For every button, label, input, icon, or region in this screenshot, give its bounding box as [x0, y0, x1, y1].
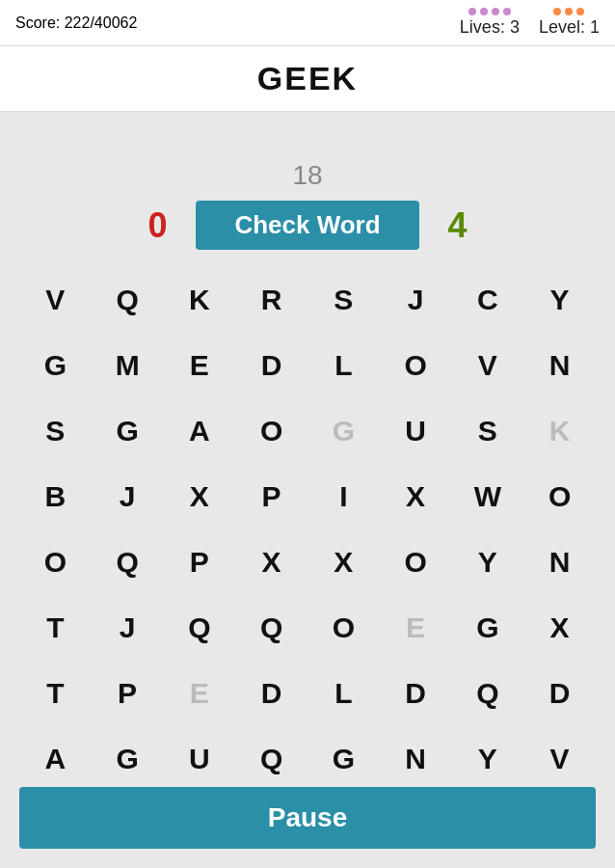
level-container: Level: 1 — [539, 8, 600, 38]
grid-cell-34[interactable]: P — [164, 529, 236, 595]
grid-cell-8[interactable]: G — [19, 333, 92, 398]
grid-cell-54[interactable]: Q — [452, 661, 524, 726]
score-label: Score: — [15, 14, 60, 31]
lives-dot-3 — [492, 8, 499, 15]
grid-cell-28[interactable]: I — [308, 464, 380, 529]
grid-cell-12[interactable]: L — [308, 333, 380, 398]
grid-cell-51[interactable]: D — [235, 661, 308, 726]
grid-cell-52[interactable]: L — [308, 661, 380, 726]
grid-cell-4[interactable]: S — [308, 267, 380, 333]
grid-cell-3[interactable]: R — [235, 267, 308, 333]
lives-dot-4 — [503, 8, 511, 15]
grid-cell-25[interactable]: J — [92, 464, 164, 529]
grid-cell-38[interactable]: Y — [452, 529, 524, 595]
grid-cell-24[interactable]: B — [19, 464, 92, 529]
grid-cell-18[interactable]: A — [164, 398, 236, 464]
grid-cell-13[interactable]: O — [380, 333, 452, 398]
word-display: GEEK — [0, 46, 615, 112]
grid-cell-48[interactable]: T — [19, 661, 92, 726]
header-right: Lives: 3 Level: 1 — [460, 8, 600, 38]
level-label: Level: — [539, 17, 585, 37]
grid-cell-6[interactable]: C — [452, 267, 524, 333]
grid-cell-32[interactable]: O — [19, 529, 92, 595]
score-value: 222/40062 — [65, 14, 138, 31]
grid-cell-58[interactable]: U — [164, 726, 236, 792]
level-text: Level: 1 — [539, 17, 600, 38]
check-word-button[interactable]: Check Word — [196, 201, 418, 250]
target-word: GEEK — [257, 60, 358, 96]
grid-cell-56[interactable]: A — [19, 726, 92, 792]
grid-cell-31[interactable]: O — [523, 464, 596, 529]
grid-cell-40[interactable]: T — [19, 595, 92, 661]
grid-cell-35[interactable]: X — [235, 529, 308, 595]
lives-dot-1 — [468, 8, 476, 15]
grid-cell-19[interactable]: O — [235, 398, 308, 464]
game-area: 18 0 Check Word 4 VQKRSJCYGMEDLOVNSGAOGU… — [0, 112, 615, 821]
grid-cell-7[interactable]: Y — [523, 267, 596, 333]
grid-cell-36[interactable]: X — [308, 529, 380, 595]
level-dot-3 — [576, 8, 584, 15]
grid-cell-60[interactable]: G — [308, 726, 380, 792]
grid-cell-20[interactable]: G — [308, 398, 380, 464]
grid-cell-22[interactable]: S — [452, 398, 524, 464]
pause-button[interactable]: Pause — [19, 787, 596, 849]
score-section: Score: 222/40062 — [15, 14, 137, 32]
level-dot-2 — [565, 8, 573, 15]
level-dots — [553, 8, 584, 15]
grid-cell-39[interactable]: N — [523, 529, 596, 595]
grid-cell-47[interactable]: X — [523, 595, 596, 661]
grid-cell-33[interactable]: Q — [92, 529, 164, 595]
grid-cell-44[interactable]: O — [308, 595, 380, 661]
control-row: 0 Check Word 4 — [19, 201, 596, 250]
grid-cell-11[interactable]: D — [235, 333, 308, 398]
grid-cell-46[interactable]: G — [452, 595, 524, 661]
grid-cell-42[interactable]: Q — [164, 595, 236, 661]
grid-cell-50[interactable]: E — [164, 661, 236, 726]
grid-cell-53[interactable]: D — [380, 661, 452, 726]
level-dot-1 — [553, 8, 561, 15]
grid-cell-5[interactable]: J — [380, 267, 452, 333]
grid-cell-21[interactable]: U — [380, 398, 452, 464]
grid-cell-61[interactable]: N — [380, 726, 452, 792]
grid-cell-27[interactable]: P — [235, 464, 308, 529]
grid-cell-29[interactable]: X — [380, 464, 452, 529]
grid-cell-49[interactable]: P — [92, 661, 164, 726]
correct-count: 4 — [439, 205, 477, 246]
lives-container: Lives: 3 — [460, 8, 520, 38]
grid-cell-10[interactable]: E — [164, 333, 236, 398]
wrong-count: 0 — [138, 205, 176, 246]
grid-cell-30[interactable]: W — [452, 464, 524, 529]
lives-text: Lives: 3 — [460, 17, 520, 38]
grid-cell-57[interactable]: G — [92, 726, 164, 792]
grid-cell-0[interactable]: V — [19, 267, 92, 333]
grid-cell-1[interactable]: Q — [92, 267, 164, 333]
lives-dot-2 — [480, 8, 488, 15]
grid-cell-45[interactable]: E — [380, 595, 452, 661]
letter-grid: VQKRSJCYGMEDLOVNSGAOGUSKBJXPIXWOOQPXXOYN… — [19, 267, 596, 792]
grid-cell-55[interactable]: D — [523, 661, 596, 726]
grid-cell-43[interactable]: Q — [235, 595, 308, 661]
grid-cell-26[interactable]: X — [164, 464, 236, 529]
grid-cell-63[interactable]: V — [523, 726, 596, 792]
grid-cell-37[interactable]: O — [380, 529, 452, 595]
grid-cell-23[interactable]: K — [523, 398, 596, 464]
grid-cell-16[interactable]: S — [19, 398, 92, 464]
level-value: 1 — [590, 17, 600, 37]
grid-cell-41[interactable]: J — [92, 595, 164, 661]
grid-cell-59[interactable]: Q — [235, 726, 308, 792]
grid-cell-9[interactable]: M — [92, 333, 164, 398]
word-length-display: 18 — [19, 160, 596, 191]
lives-dots — [468, 8, 511, 15]
lives-value: 3 — [510, 17, 520, 37]
grid-cell-2[interactable]: K — [164, 267, 236, 333]
grid-cell-15[interactable]: N — [523, 333, 596, 398]
grid-cell-17[interactable]: G — [92, 398, 164, 464]
grid-cell-14[interactable]: V — [452, 333, 524, 398]
lives-label: Lives: — [460, 17, 505, 37]
grid-cell-62[interactable]: Y — [452, 726, 524, 792]
top-section: 18 0 Check Word 4 — [19, 122, 596, 250]
header: Score: 222/40062 Lives: 3 Level: — [0, 0, 615, 46]
